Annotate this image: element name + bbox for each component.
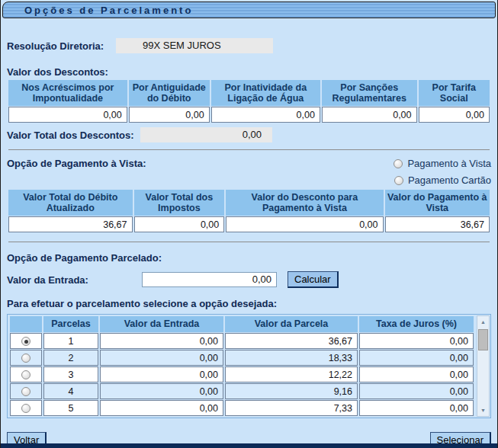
valor-entrada: 0,00 [100, 350, 223, 366]
descontos-header: Por Inatividade da Ligação de Água [211, 80, 320, 106]
radio-icon[interactable] [21, 337, 31, 346]
descontos-header: Nos Acréscimos por Impontualidade [8, 80, 127, 106]
entrada-label: Valor da Entrada: [7, 274, 142, 286]
parcelas-table-container: Parcelas Valor da Entrada Valor da Parce… [7, 314, 491, 418]
valor-entrada: 0,00 [100, 400, 223, 416]
parcelas-row-radio[interactable] [10, 333, 42, 349]
descontos-total-label: Valor Total dos Descontos: [7, 130, 140, 141]
vista-header: Valor do Pagamento à Vista [385, 190, 490, 216]
parcelas-table: Parcelas Valor da Entrada Valor da Parce… [8, 315, 475, 417]
scrollbar[interactable]: ▲ ▼ [477, 315, 490, 417]
descontos-value: 0,00 [322, 107, 417, 123]
radio-icon[interactable] [21, 370, 31, 379]
resolucao-label: Resolução Diretoria: [7, 40, 116, 52]
descontos-value-row: 0,00 0,00 0,00 0,00 0,00 [8, 107, 490, 123]
parcelas-row-radio[interactable] [10, 400, 42, 416]
scroll-down-icon[interactable]: ▼ [477, 405, 489, 416]
descontos-header: Por Tarifa Social [419, 80, 490, 106]
valor-parcela: 7,33 [225, 400, 358, 416]
parcelas-count: 3 [43, 366, 98, 382]
radio-icon[interactable] [21, 404, 31, 413]
parcelas-row-radio[interactable] [10, 350, 42, 366]
entrada-input[interactable]: 0,00 [142, 272, 277, 287]
entrada-row: Valor da Entrada: 0,00 Calcular [7, 271, 491, 288]
parcelas-row: 2 0,00 18,33 0,00 [10, 350, 474, 366]
parcelas-header: Valor da Parcela [225, 316, 358, 332]
parcelas-row-radio[interactable] [10, 366, 42, 382]
vista-value: 36,67 [385, 216, 490, 232]
parcelas-row: 1 0,00 36,67 0,00 [10, 333, 474, 349]
valor-entrada: 0,00 [100, 333, 223, 349]
vista-section: Opção de Pagamento à Vista: Pagamento à … [7, 158, 491, 186]
taxa-juros: 0,00 [359, 350, 474, 366]
parcelas-header: Parcelas [43, 316, 98, 332]
scroll-up-icon[interactable]: ▲ [477, 316, 489, 328]
vista-value: 0,00 [134, 216, 225, 232]
parcelas-header-row: Parcelas Valor da Entrada Valor da Parce… [10, 316, 474, 332]
radio-icon[interactable] [394, 159, 403, 168]
valor-parcela: 36,67 [225, 333, 358, 349]
scrollbar-thumb[interactable] [478, 329, 488, 350]
parcelas-header: Taxa de Juros (%) [359, 316, 474, 332]
parcelas-count: 5 [43, 400, 98, 416]
valor-parcela: 9,16 [225, 383, 358, 399]
vista-header: Valor do Desconto para Pagamento à Vista [226, 190, 383, 216]
radio-icon[interactable] [21, 354, 31, 363]
parcelas-row: 5 0,00 7,33 0,00 [10, 400, 474, 416]
vista-value-row: 36,67 0,00 0,00 36,67 [8, 216, 490, 232]
valor-entrada: 0,00 [100, 366, 223, 382]
vista-value: 36,67 [8, 216, 133, 232]
parcelas-row-radio[interactable] [10, 383, 42, 399]
radio-pagamento-cartao[interactable]: Pagamento Cartão [394, 174, 491, 186]
page-title: Opções de Parcelamento [2, 2, 496, 18]
parcelas-row: 4 0,00 9,16 0,00 [10, 383, 474, 399]
descontos-header: Por Sanções Regulamentares [322, 80, 417, 106]
valor-parcela: 12,22 [225, 366, 358, 382]
parcelamento-instrucao: Para efetuar o parcelamento selecione a … [7, 298, 491, 309]
vista-header: Valor Total dos Impostos [134, 190, 225, 216]
vista-header: Valor Total do Débito Atualizado [8, 190, 133, 216]
vista-table: Valor Total do Débito Atualizado Valor T… [7, 189, 491, 233]
resolucao-field: 99X SEM JUROS [116, 38, 273, 53]
radio-icon[interactable] [21, 387, 31, 396]
vista-radio-group: Pagamento à Vista Pagamento Cartão [394, 158, 491, 186]
parcelas-count: 4 [43, 383, 98, 399]
vista-section-label: Opção de Pagamento à Vista: [7, 158, 146, 169]
descontos-header-row: Nos Acréscimos por Impontualidade Por An… [8, 80, 490, 106]
taxa-juros: 0,00 [359, 366, 474, 382]
bottom-bar [1, 443, 497, 448]
vista-value: 0,00 [226, 216, 383, 232]
descontos-header: Por Antiguidade do Débito [129, 80, 210, 106]
radio-icon[interactable] [394, 176, 403, 185]
descontos-section-label: Valor dos Descontos: [7, 66, 491, 78]
radio-label: Pagamento à Vista [407, 158, 491, 169]
parcelas-count: 1 [43, 333, 98, 349]
vista-header-row: Valor Total do Débito Atualizado Valor T… [8, 190, 490, 216]
section-divider [8, 242, 490, 242]
calcular-button[interactable]: Calcular [288, 271, 339, 288]
taxa-juros: 0,00 [359, 333, 474, 349]
descontos-table: Nos Acréscimos por Impontualidade Por An… [7, 79, 491, 123]
valor-entrada: 0,00 [100, 383, 223, 399]
descontos-total-field: 0,00 [140, 127, 272, 142]
descontos-value: 0,00 [419, 107, 490, 123]
taxa-juros: 0,00 [359, 400, 474, 416]
parcelado-section-label: Opção de Pagamento Parcelado: [7, 252, 491, 264]
descontos-total-row: Valor Total dos Descontos: 0,00 [7, 127, 491, 142]
descontos-value: 0,00 [211, 107, 320, 123]
descontos-value: 0,00 [129, 107, 210, 123]
valor-parcela: 18,33 [225, 350, 358, 366]
section-divider [8, 149, 490, 150]
scrollbar-track[interactable] [477, 328, 489, 405]
descontos-value: 0,00 [8, 107, 127, 123]
taxa-juros: 0,00 [359, 383, 474, 399]
parcelas-row: 3 0,00 12,22 0,00 [10, 366, 474, 382]
parcelas-header: Valor da Entrada [100, 316, 223, 332]
radio-pagamento-a-vista[interactable]: Pagamento à Vista [394, 158, 491, 169]
resolucao-row: Resolução Diretoria: 99X SEM JUROS [7, 38, 491, 53]
radio-label: Pagamento Cartão [408, 174, 491, 186]
parcelas-header-radio [10, 316, 42, 332]
parcelas-count: 2 [43, 350, 98, 366]
